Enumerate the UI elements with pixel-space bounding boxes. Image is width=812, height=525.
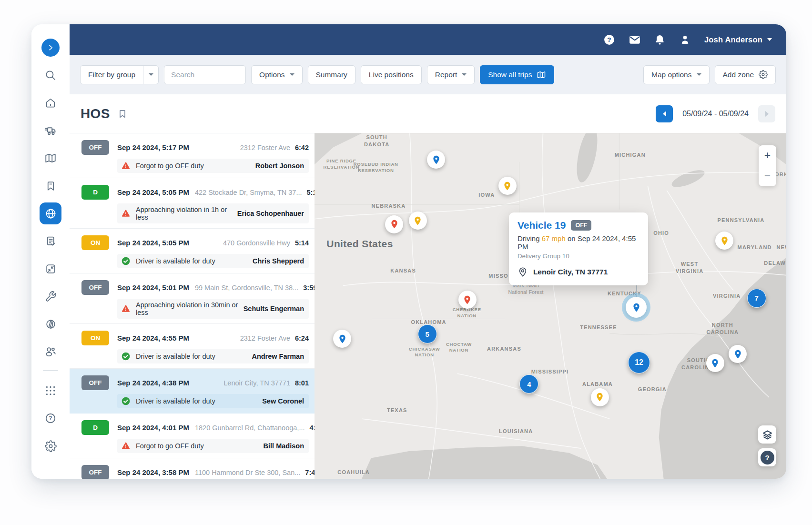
users-icon bbox=[44, 345, 57, 358]
event-duration: 5:14 bbox=[307, 189, 315, 196]
driver-name: Schults Engerman bbox=[244, 305, 304, 313]
vehicle-location-row: Lenoir City, TN 37771 bbox=[518, 267, 639, 277]
hos-list-item[interactable]: OFF Sep 24 2024, 3:58 PM 1100 Hammond Dr… bbox=[70, 458, 315, 479]
summary-button[interactable]: Summary bbox=[308, 65, 355, 84]
user-icon[interactable] bbox=[679, 33, 691, 46]
sidebar-item-bookmarks[interactable] bbox=[31, 172, 70, 200]
add-zone-button[interactable]: Add zone bbox=[715, 65, 776, 84]
vehicle-pin[interactable] bbox=[333, 330, 351, 348]
sidebar-item-drivers[interactable] bbox=[31, 338, 70, 365]
vehicle-pin[interactable] bbox=[715, 232, 733, 250]
hos-list-item[interactable]: D Sep 24 2024, 4:01 PM 1820 Gunbarrel Rd… bbox=[70, 414, 315, 458]
check-icon bbox=[121, 352, 131, 361]
event-address: 99 Main St, Gordonsville, TN 38... bbox=[189, 284, 303, 292]
event-address: 2312 Foster Ave bbox=[234, 144, 295, 151]
next-date-button[interactable] bbox=[758, 105, 775, 122]
sidebar-item-vehicles[interactable] bbox=[31, 117, 70, 144]
event-time: Sep 24 2024, 5:01 PM bbox=[117, 283, 189, 292]
map-zoom-control: + − bbox=[759, 145, 776, 186]
filter-by-group-button[interactable]: Filter by group bbox=[80, 65, 159, 84]
sidebar-item-search[interactable] bbox=[31, 61, 70, 89]
driver-name: Robert Jonson bbox=[255, 162, 304, 170]
map[interactable]: SOUTH DAKOTAWISCONSINMICHIGANPINE RIDGE … bbox=[315, 133, 786, 479]
gear-icon bbox=[759, 70, 768, 79]
help-icon: ? bbox=[44, 412, 57, 424]
vehicle-pin[interactable] bbox=[626, 297, 647, 318]
search-icon bbox=[44, 69, 57, 81]
report-button[interactable]: Report bbox=[427, 65, 475, 84]
map-help-button[interactable]: ? bbox=[758, 448, 776, 466]
sidebar-expand-button[interactable] bbox=[31, 34, 70, 61]
hos-list-item[interactable]: ON Sep 24 2024, 4:55 PM 2312 Foster Ave … bbox=[70, 324, 315, 369]
map-roads bbox=[315, 133, 786, 479]
user-menu[interactable]: Josh Anderson bbox=[704, 35, 772, 44]
cluster-marker[interactable]: 4 bbox=[519, 374, 538, 394]
map-layers-button[interactable] bbox=[758, 425, 776, 444]
hos-list-item[interactable]: OFF Sep 24 2024, 5:01 PM 99 Main St, Gor… bbox=[70, 273, 315, 324]
cluster-marker[interactable]: 7 bbox=[747, 289, 766, 308]
vehicle-pin[interactable] bbox=[409, 212, 427, 230]
vehicle-pin[interactable] bbox=[591, 388, 609, 406]
sidebar-item-apps[interactable] bbox=[31, 377, 70, 404]
event-time: Sep 24 2024, 5:05 PM bbox=[117, 188, 189, 196]
live-positions-button[interactable]: Live positions bbox=[361, 65, 422, 84]
warning-icon bbox=[121, 161, 131, 171]
mail-icon[interactable] bbox=[629, 33, 641, 46]
sidebar-item-home[interactable] bbox=[31, 89, 70, 117]
chevron-right-icon bbox=[41, 39, 60, 57]
map-options-button[interactable]: Map options bbox=[643, 65, 709, 84]
bookmark-icon[interactable] bbox=[117, 109, 128, 119]
hos-list-item[interactable]: D Sep 24 2024, 5:05 PM 422 Stockade Dr, … bbox=[70, 178, 315, 229]
event-alert-row: Driver is available for duty Andrew Farm… bbox=[117, 349, 309, 363]
vehicle-driving-line: Driving 67 mph on Sep 24 2024, 4:55 PM bbox=[518, 234, 639, 251]
date-range[interactable]: 05/09/24 - 05/09/24 bbox=[682, 110, 749, 118]
zoom-in-button[interactable]: + bbox=[759, 145, 776, 166]
vehicle-pin[interactable] bbox=[706, 354, 724, 372]
map-icon bbox=[537, 70, 546, 80]
vehicle-pin[interactable] bbox=[458, 291, 477, 309]
vehicle-pin[interactable] bbox=[385, 215, 403, 233]
event-alert-row: Approaching violation in 30min or less S… bbox=[117, 299, 309, 319]
sidebar-item-settings[interactable] bbox=[31, 432, 70, 460]
sidebar-item-help[interactable]: ? bbox=[31, 404, 70, 432]
date-navigation: 05/09/24 - 05/09/24 bbox=[656, 105, 775, 122]
help-circle-icon[interactable]: ? bbox=[603, 33, 616, 46]
sidebar-item-eco[interactable] bbox=[31, 310, 70, 338]
document-check-icon bbox=[45, 235, 57, 247]
options-button[interactable]: Options bbox=[251, 65, 302, 84]
prev-date-button[interactable] bbox=[656, 105, 673, 122]
event-duration: 6:42 bbox=[295, 144, 309, 151]
vehicle-pin[interactable] bbox=[729, 345, 747, 363]
hos-list: OFF Sep 24 2024, 5:17 PM 2312 Foster Ave… bbox=[70, 133, 315, 479]
vehicle-pin[interactable] bbox=[427, 151, 445, 169]
zoom-out-button[interactable]: − bbox=[759, 166, 776, 187]
sidebar: ? bbox=[31, 24, 70, 479]
topbar: ? Josh Anderson bbox=[70, 24, 786, 55]
bell-icon[interactable] bbox=[654, 33, 666, 46]
filter-group-caret[interactable] bbox=[143, 66, 158, 84]
sidebar-item-maintenance[interactable] bbox=[31, 283, 70, 310]
hos-list-item[interactable]: OFF Sep 24 2024, 5:17 PM 2312 Foster Ave… bbox=[70, 133, 315, 178]
event-alert-row: Forgot to go OFF duty Robert Jonson bbox=[117, 159, 309, 173]
vehicle-name-link[interactable]: Vehicle 19 bbox=[518, 220, 566, 231]
chevron-left-icon bbox=[663, 111, 666, 117]
alert-message: Driver is available for duty bbox=[136, 353, 215, 360]
hos-list-item[interactable]: OFF Sep 24 2024, 4:38 PM Lenoir City, TN… bbox=[70, 369, 315, 414]
event-time: Sep 24 2024, 5:17 PM bbox=[117, 143, 189, 151]
vehicle-pin[interactable] bbox=[498, 177, 517, 195]
driver-name: Chris Shepperd bbox=[253, 257, 304, 265]
show-all-trips-button[interactable]: Show all trips bbox=[480, 65, 554, 84]
sidebar-item-resize[interactable] bbox=[31, 255, 70, 283]
hos-list-item[interactable]: ON Sep 24 2024, 5:05 PM 470 Gordonsville… bbox=[70, 229, 315, 273]
sidebar-item-hos-active[interactable] bbox=[31, 200, 70, 227]
sidebar-item-map[interactable] bbox=[31, 144, 70, 172]
sidebar-item-reports[interactable] bbox=[31, 227, 70, 255]
status-badge: D bbox=[81, 185, 109, 200]
cluster-marker[interactable]: 5 bbox=[418, 324, 437, 343]
filter-by-group-label: Filter by group bbox=[81, 66, 143, 84]
event-address: 470 Gordonsville Hwy bbox=[217, 239, 295, 247]
truck-icon bbox=[44, 124, 57, 137]
cluster-marker[interactable]: 12 bbox=[628, 352, 650, 374]
vehicle-speed: 67 mph bbox=[542, 234, 566, 242]
search-input[interactable] bbox=[164, 65, 246, 84]
